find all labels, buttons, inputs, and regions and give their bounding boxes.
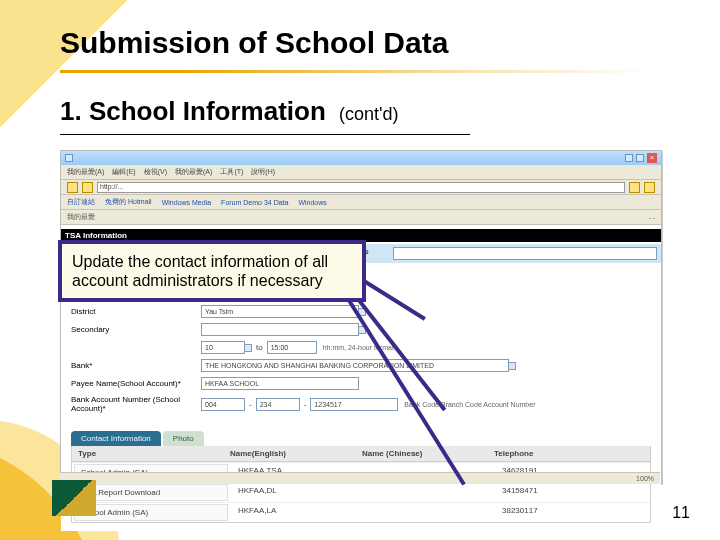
chevron-down-icon[interactable] <box>244 344 252 352</box>
bank-label: Bank* <box>71 361 201 370</box>
tab-strip: Contact Information Photo <box>71 431 651 446</box>
to-label: to <box>256 343 263 352</box>
account-note: Bank Code Branch Code Account Number <box>404 401 535 408</box>
cell-name-en: HKFAA,LA <box>232 503 364 522</box>
cell-name-zh <box>364 483 496 502</box>
cell-name-en: HKFAA,DL <box>232 483 364 502</box>
window-titlebar: × <box>61 151 661 165</box>
maximize-button[interactable] <box>636 154 644 162</box>
slide-title: Submission of School Data <box>60 26 448 60</box>
bank-row: Bank* THE HONGKONG AND SHANGHAI BANKING … <box>71 359 651 372</box>
callout-box: Update the contact information of all ac… <box>58 240 366 302</box>
cell-telephone: 34158471 <box>496 483 650 502</box>
menu-item[interactable]: 編輯(E) <box>112 167 135 177</box>
menu-item[interactable]: 說明(H) <box>251 167 275 177</box>
menu-item[interactable]: 我的最愛(A) <box>67 167 104 177</box>
col-telephone: Telephone <box>488 446 650 461</box>
slide-subtitle: 1. School Information (cont'd) <box>60 96 399 127</box>
col-type: Type <box>72 446 224 461</box>
others-input[interactable] <box>393 247 657 260</box>
zoom-level: 100% <box>636 475 654 482</box>
page-tools: - - <box>648 214 655 221</box>
link-item[interactable]: 自訂連結 <box>67 197 95 207</box>
window-icon <box>65 154 73 162</box>
col-name-zh: Name (Chinese) <box>356 446 488 461</box>
menu-bar: 我的最愛(A) 編輯(E) 檢視(V) 我的最愛(A) 工具(T) 說明(H) <box>61 165 661 180</box>
favorites-bar: 我的最愛 - - <box>61 210 661 225</box>
row-label: District <box>71 307 201 316</box>
home-icon[interactable] <box>644 182 655 193</box>
subtitle-contd: (cont'd) <box>339 104 398 124</box>
time-to-select[interactable]: 10 <box>201 341 245 354</box>
cell-type[interactable]: School Admin (SA) <box>74 504 228 521</box>
link-item[interactable]: 免費的 Hotmail <box>105 197 152 207</box>
cell-telephone: 38230117 <box>496 503 650 522</box>
time-row: 10 to 15:00 hh:mm, 24-hour format <box>71 341 651 354</box>
contact-grid: Type Name(English) Name (Chinese) Teleph… <box>71 446 651 523</box>
subtitle-underline <box>60 134 470 135</box>
link-item[interactable]: Forum Demo 34 Data <box>221 199 288 206</box>
payee-input[interactable]: HKFAA SCHOOL <box>201 377 359 390</box>
address-bar: http://... <box>61 180 661 195</box>
payee-row: Payee Name(School Account)* HKFAA SCHOOL <box>71 377 651 390</box>
account-label: Bank Account Number (School Account)* <box>71 395 201 413</box>
row-label: Secondary <box>71 325 201 334</box>
chevron-down-icon[interactable] <box>508 362 516 370</box>
close-button[interactable]: × <box>647 153 657 163</box>
status-bar: 100% <box>60 472 660 484</box>
minimize-button[interactable] <box>625 154 633 162</box>
forward-icon[interactable] <box>82 182 93 193</box>
menu-item[interactable]: 工具(T) <box>220 167 243 177</box>
back-icon[interactable] <box>67 182 78 193</box>
row-select[interactable] <box>201 323 359 336</box>
bankcode-input[interactable]: 004 <box>201 398 245 411</box>
bank-select[interactable]: THE HONGKONG AND SHANGHAI BANKING CORPOR… <box>201 359 509 372</box>
row-select[interactable]: Yau Tsim <box>201 305 359 318</box>
cell-type[interactable]: TSA Report Download <box>74 484 228 501</box>
table-row: TSA Report Download HKFAA,DL 34158471 <box>72 482 650 502</box>
branchcode-input[interactable]: 234 <box>256 398 300 411</box>
menu-item[interactable]: 我的最愛(A) <box>175 167 212 177</box>
table-row: School Admin (SA) HKFAA,LA 38230117 <box>72 502 650 522</box>
time-note: hh:mm, 24-hour format <box>323 344 394 351</box>
col-name-en: Name(English) <box>224 446 356 461</box>
links-bar: 自訂連結 免費的 Hotmail Windows Media Forum Dem… <box>61 195 661 210</box>
grid-header: Type Name(English) Name (Chinese) Teleph… <box>72 446 650 462</box>
link-item[interactable]: Windows <box>298 199 326 206</box>
tab-photo[interactable]: Photo <box>163 431 204 446</box>
cell-name-zh <box>364 503 496 522</box>
go-icon[interactable] <box>629 182 640 193</box>
menu-item[interactable]: 檢視(V) <box>144 167 167 177</box>
time-min-input[interactable]: 15:00 <box>267 341 317 354</box>
title-underline <box>60 70 652 73</box>
favorites-label[interactable]: 我的最愛 <box>67 212 95 222</box>
link-item[interactable]: Windows Media <box>162 199 211 206</box>
account-row: Bank Account Number (School Account)* 00… <box>71 395 651 413</box>
acctnum-input[interactable]: 1234517 <box>310 398 398 411</box>
url-field[interactable]: http://... <box>97 182 625 193</box>
subtitle-text: 1. School Information <box>60 96 326 126</box>
payee-label: Payee Name(School Account)* <box>71 379 201 388</box>
tab-contact-info[interactable]: Contact Information <box>71 431 161 446</box>
page-number: 11 <box>672 504 690 522</box>
ea-logo <box>52 480 96 516</box>
